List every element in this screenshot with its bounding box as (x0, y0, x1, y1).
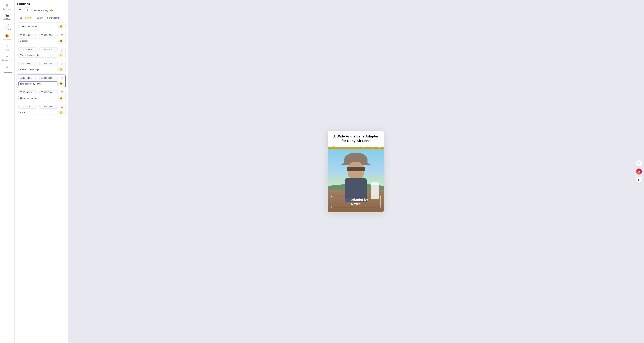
cutmagic-icon: 🎬 (5, 14, 9, 18)
time-end-input-5[interactable] (39, 90, 58, 94)
sidebar-item-text[interactable]: T Text (1, 43, 14, 52)
video-card: A Wide Angle Lens Adapter for Sony Kit L… (328, 131, 384, 212)
corner-handle-tl[interactable] (330, 196, 332, 197)
text-row-6: 😊 (18, 110, 64, 115)
panel-title: Subtitles (17, 2, 65, 6)
time-start-input-3[interactable] (18, 62, 37, 66)
entries-list: 😊 - 🗑 😊 - 🗑 (14, 21, 68, 343)
delete-entry-5-button[interactable]: 🗑 (60, 90, 64, 94)
time-end-input-1[interactable] (39, 33, 58, 37)
subtitle-text-input-3[interactable] (18, 67, 58, 72)
new-badge: NEW (26, 17, 32, 19)
time-start-input-5[interactable] (18, 90, 37, 94)
panel-header: Subtitles 🗑 ⬇ Auto-add Emojis 😎 (14, 0, 68, 15)
sidebar-item-ai-description[interactable]: # AI Description (1, 63, 14, 75)
sidebar-item-background[interactable]: ✦ Background (1, 53, 14, 62)
entry-card-partial: 😊 (16, 22, 66, 31)
person-main (338, 152, 374, 202)
subtitles-icon: 📄 (5, 24, 9, 28)
video-image-area: lens adapter by Niwer. (328, 149, 384, 212)
emoji-button-1[interactable]: 😊 (58, 38, 64, 44)
subtitle-overlay[interactable]: lens adapter by Niwer. (331, 196, 380, 207)
trash-icon: 🗑 (19, 9, 22, 12)
tab-font-settings[interactable]: Font Settings (45, 15, 63, 21)
entry-card-6: - 🗑 😊 (16, 103, 66, 116)
time-start-input-1[interactable] (18, 33, 37, 37)
video-title-area: A Wide Angle Lens Adapter for Sony Kit L… (328, 131, 384, 146)
emoji-button-3[interactable]: 😊 (58, 67, 64, 72)
subtitle-text-input-5[interactable] (18, 96, 58, 100)
entry-card-4: - 🗑 😊 (16, 74, 66, 88)
delete-entry-4-button[interactable]: 🗑 (60, 76, 64, 80)
tab-editor[interactable]: Editor (34, 15, 45, 21)
time-start-input-4[interactable] (18, 76, 37, 80)
subtitle-text-input-4[interactable] (18, 81, 58, 86)
instagram-icon[interactable]: ▣ (636, 168, 642, 174)
text-icon: T (6, 44, 8, 48)
delete-entry-6-button[interactable]: 🗑 (60, 105, 64, 108)
subtitle-line-1: lens adapter by (333, 198, 378, 202)
sidebar-item-cutmagic[interactable]: 🎬 CutMagic (1, 12, 14, 22)
download-icon: ⬇ (26, 9, 28, 12)
delete-entry-2-button[interactable]: 🗑 (60, 48, 64, 51)
text-row-3: 😊 (18, 67, 64, 72)
sunglasses (347, 167, 365, 171)
time-row-1: - 🗑 (18, 33, 64, 37)
time-separator-4: - (38, 77, 38, 79)
time-start-input-6[interactable] (18, 104, 37, 108)
subtitle-line-2: Niwer. (333, 202, 378, 206)
subtitle-text-input-1[interactable] (18, 38, 58, 43)
sidebar: ⊞ Templates 🎬 CutMagic 📄 Subtitles 😊 Ele… (0, 0, 14, 343)
panel-header-actions: 🗑 ⬇ Auto-add Emojis 😎 (17, 8, 65, 13)
delete-subtitles-button[interactable]: 🗑 (17, 8, 23, 13)
time-separator-2: - (38, 48, 38, 51)
time-start-input-2[interactable] (18, 48, 37, 52)
time-end-input-4[interactable] (39, 76, 58, 80)
time-end-input-2[interactable] (39, 48, 58, 52)
text-row-1: 😊 (18, 38, 64, 44)
templates-icon: ⊞ (6, 3, 9, 7)
entry-card-5: - 🗑 😊 (16, 89, 66, 102)
subtitle-text-input-partial[interactable] (18, 24, 58, 29)
corner-handle-bl[interactable] (330, 206, 332, 208)
time-row-6: - 🗑 (18, 104, 64, 108)
emoji-button-4[interactable]: 😊 (58, 81, 64, 86)
emoji-button-partial[interactable]: 😊 (58, 24, 64, 29)
text-row-partial: 😊 (18, 24, 64, 29)
sidebar-item-templates[interactable]: ⊞ Templates (1, 2, 14, 12)
time-separator-3: - (38, 62, 38, 65)
auto-add-emojis-button[interactable]: Auto-add Emojis 😎 (31, 8, 55, 13)
sidebar-item-subtitles[interactable]: 📄 Subtitles (1, 22, 14, 32)
video-wave-decoration (328, 145, 384, 149)
sidebar-item-label-ai-description: AI Description (2, 70, 12, 74)
preview-area: A Wide Angle Lens Adapter for Sony Kit L… (68, 0, 644, 343)
ai-description-icon: # (6, 64, 8, 69)
sidebar-item-label-elements: Elements (4, 38, 11, 41)
emoji-button-2[interactable]: 😊 (58, 52, 64, 58)
download-subtitles-button[interactable]: ⬇ (24, 8, 30, 13)
time-separator-6: - (38, 106, 38, 108)
emoji-button-5[interactable]: 😊 (58, 95, 64, 100)
emoji-button-6[interactable]: 😊 (58, 110, 64, 115)
time-end-input-3[interactable] (39, 62, 58, 66)
delete-entry-3-button[interactable]: 🗑 (60, 62, 64, 66)
tiktok-icon[interactable]: TT (636, 160, 642, 166)
time-row-3: - 🗑 (18, 62, 64, 66)
subtitle-text-input-2[interactable] (18, 53, 58, 58)
time-separator-1: - (38, 34, 38, 36)
sidebar-item-label-background: Background (2, 59, 12, 61)
delete-entry-1-button[interactable]: 🗑 (60, 33, 64, 37)
subtitle-text-input-6[interactable] (18, 110, 58, 115)
tab-styles[interactable]: Styles NEW (17, 15, 34, 21)
text-row-5: 😊 (18, 95, 64, 100)
sidebar-item-elements[interactable]: 😊 Elements (1, 32, 14, 42)
time-end-input-6[interactable] (39, 104, 58, 108)
text-row-4: 😊 (18, 81, 64, 86)
sidebar-item-label-templates: Templates (3, 8, 11, 10)
main-panel: Subtitles 🗑 ⬇ Auto-add Emojis 😎 Styles N… (14, 0, 68, 343)
video-title: A Wide Angle Lens Adapter for Sony Kit L… (331, 134, 381, 143)
time-row-5: - 🗑 (18, 90, 64, 94)
youtube-icon[interactable]: ▶ (636, 177, 642, 183)
text-row-2: 😊 (18, 52, 64, 58)
subtitle-word-normal-2: Niwer. (351, 202, 361, 206)
